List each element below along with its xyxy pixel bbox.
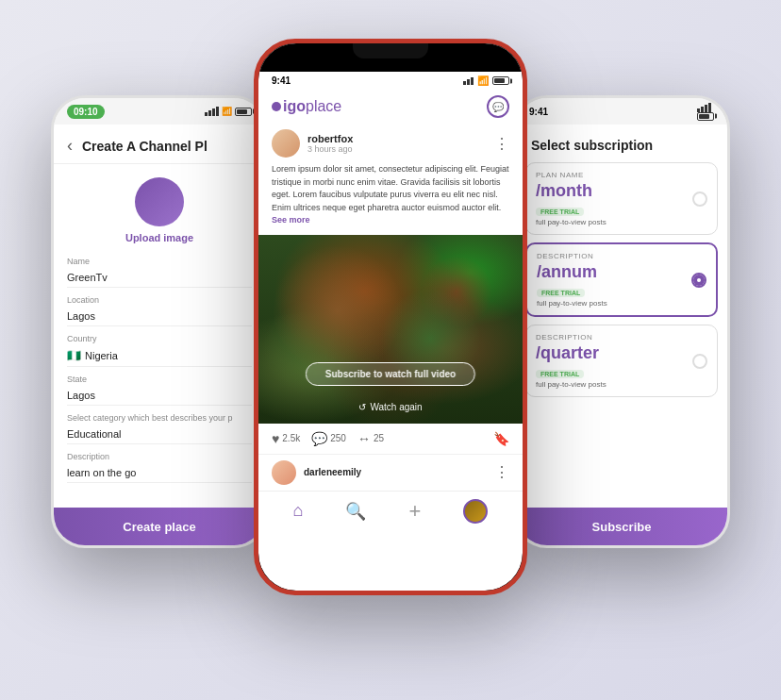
back-button[interactable]: ‹ xyxy=(67,136,73,156)
plan1-radio[interactable] xyxy=(692,192,707,207)
plan2-trial-badge: FREE TRIAL xyxy=(537,289,585,297)
share-count: 25 xyxy=(374,433,384,443)
share-icon: ↔ xyxy=(357,431,371,446)
phone-right: 9:41 Select subscription PLAN NAME /mont… xyxy=(513,95,730,548)
category-value[interactable]: Educational xyxy=(67,425,252,444)
app-header: igoplace 💬 xyxy=(258,90,523,124)
center-wifi-icon: 📶 xyxy=(477,75,489,86)
right-notch-bar: 9:41 xyxy=(516,98,727,125)
description-field-group: Description learn on the go xyxy=(67,452,252,483)
plan3-desc: full pay-to-view posts xyxy=(536,380,707,389)
state-label: State xyxy=(67,375,252,384)
subscription-plan-1[interactable]: PLAN NAME /month FREE TRIAL full pay-to-… xyxy=(525,162,718,235)
right-signal-icon xyxy=(697,103,714,112)
state-value[interactable]: Lagos xyxy=(67,386,252,406)
search-nav-icon[interactable]: 🔍 xyxy=(345,501,366,522)
bookmark-icon[interactable]: 🔖 xyxy=(493,431,509,446)
center-time: 9:41 xyxy=(272,75,291,86)
create-place-button[interactable]: Create place xyxy=(54,508,265,545)
watch-again-button[interactable]: ↺ Watch again xyxy=(358,402,422,412)
app-name: igoplace xyxy=(283,98,341,115)
left-notch-bar: 09:10 📶 xyxy=(54,98,265,125)
bottom-author-row: darleneemily xyxy=(272,460,361,485)
plan2-label: DESCRIPTION xyxy=(537,252,706,260)
bottom-author-name: darleneemily xyxy=(304,467,361,477)
comment-icon: 💬 xyxy=(311,431,327,446)
subscription-plan-3[interactable]: DESCRIPTION /quarter FREE TRIAL full pay… xyxy=(525,325,718,397)
plan3-trial-badge: FREE TRIAL xyxy=(536,370,584,378)
post-actions: ♥ 2.5k 💬 250 ↔ 25 🔖 xyxy=(258,424,523,454)
phone-left: 09:10 📶 ‹ Create A Channel Pl Upload ima… xyxy=(51,95,268,548)
comment-action[interactable]: 💬 250 xyxy=(311,431,346,446)
phone-center: 9:41 📶 igoplace 💬 xyxy=(254,39,527,595)
messenger-icon[interactable]: 💬 xyxy=(487,95,509,118)
category-label: Select category which best describes you… xyxy=(67,413,252,423)
plan1-desc: full pay-to-view posts xyxy=(536,218,707,226)
more-options-icon[interactable]: ⋮ xyxy=(494,135,509,153)
like-action[interactable]: ♥ 2.5k xyxy=(272,431,300,446)
bottom-nav: ⌂ 🔍 + xyxy=(258,491,523,531)
food-details xyxy=(258,235,523,424)
like-count: 2.5k xyxy=(282,433,300,443)
subscribe-button[interactable]: Subscribe xyxy=(516,508,727,545)
avatar xyxy=(135,177,184,226)
right-status-time: 9:41 xyxy=(529,107,548,117)
author-name: robertfox xyxy=(307,133,353,144)
replay-icon: ↺ xyxy=(358,402,366,412)
left-status-icons: 📶 xyxy=(205,107,252,116)
add-nav-icon[interactable]: + xyxy=(409,499,422,524)
upload-image-button[interactable]: Upload image xyxy=(125,232,193,243)
plan2-desc: full pay-to-view posts xyxy=(537,299,706,308)
post-text: Lorem ipsum dolor sit amet, consectetur … xyxy=(258,163,523,235)
plan1-trial-badge: FREE TRIAL xyxy=(536,208,584,216)
post-image: Subscribe to watch full video ↺ Watch ag… xyxy=(258,235,523,424)
logo-dot-icon xyxy=(272,102,281,111)
subscription-plan-2[interactable]: DESCRIPTION /annum FREE TRIAL full pay-t… xyxy=(525,242,718,317)
wifi-icon: 📶 xyxy=(222,107,232,116)
center-screen: 9:41 📶 igoplace 💬 xyxy=(258,43,523,591)
nigeria-flag-icon: 🇳🇬 xyxy=(67,349,81,362)
location-label: Location xyxy=(67,295,252,305)
state-field-group: State Lagos xyxy=(67,375,252,406)
see-more-link[interactable]: See more xyxy=(272,215,310,225)
share-action[interactable]: ↔ 25 xyxy=(357,431,384,446)
bottom-post-user: darleneemily ⋮ xyxy=(258,454,523,491)
phones-container: 09:10 📶 ‹ Create A Channel Pl Upload ima… xyxy=(23,20,758,680)
country-value[interactable]: 🇳🇬 Nigeria xyxy=(67,345,252,367)
post-header: robertfox 3 hours ago ⋮ xyxy=(258,124,523,163)
country-label: Country xyxy=(67,334,252,343)
description-value[interactable]: learn on the go xyxy=(67,463,252,483)
upload-section: Upload image xyxy=(54,164,265,253)
country-field-group: Country 🇳🇬 Nigeria xyxy=(67,334,252,367)
subscription-title: Select subscription xyxy=(516,125,727,162)
plan3-price: /quarter xyxy=(536,343,707,363)
category-field-group: Select category which best describes you… xyxy=(67,413,252,444)
right-screen: Select subscription PLAN NAME /month FRE… xyxy=(516,125,727,545)
app-logo: igoplace xyxy=(272,98,341,115)
location-value[interactable]: Lagos xyxy=(67,307,252,326)
right-battery-icon xyxy=(697,112,714,121)
bottom-more-icon[interactable]: ⋮ xyxy=(494,463,509,481)
plan2-radio[interactable] xyxy=(691,273,706,288)
plan1-price: /month xyxy=(536,181,707,201)
plan3-radio[interactable] xyxy=(692,354,707,369)
right-status-icons xyxy=(697,103,714,121)
country-text: Nigeria xyxy=(85,350,118,361)
name-value[interactable]: GreenTv xyxy=(67,268,252,288)
page-title: Create A Channel Pl xyxy=(82,139,208,154)
center-signal-icon xyxy=(463,77,474,85)
author-avatar xyxy=(272,129,300,158)
bottom-author-avatar xyxy=(272,460,296,485)
action-group: ♥ 2.5k 💬 250 ↔ 25 xyxy=(272,431,384,446)
battery-icon xyxy=(235,108,252,116)
location-field-group: Location Lagos xyxy=(67,295,252,326)
post-time: 3 hours ago xyxy=(307,144,353,154)
plan3-label: DESCRIPTION xyxy=(536,333,707,342)
form-section: Name GreenTv Location Lagos Country 🇳🇬 N… xyxy=(54,253,265,494)
home-nav-icon[interactable]: ⌂ xyxy=(293,501,304,521)
signal-icon xyxy=(205,107,219,116)
center-battery-icon xyxy=(492,76,509,85)
comment-count: 250 xyxy=(330,433,346,443)
profile-nav-avatar[interactable] xyxy=(463,499,488,524)
subscribe-video-button[interactable]: Subscribe to watch full video xyxy=(306,362,475,386)
